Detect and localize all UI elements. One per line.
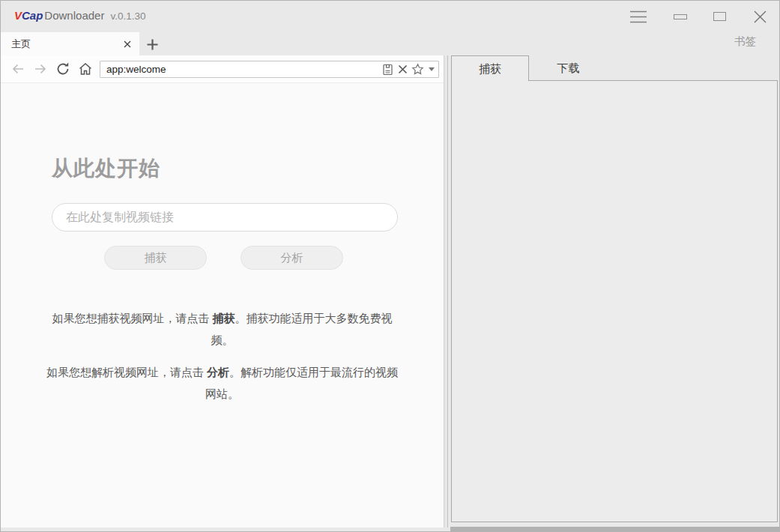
app-logo: VCapDownloaderv.0.1.30 [14,9,145,22]
app-version: v.0.1.30 [110,10,145,22]
side-panel: 捕获 下载 [448,55,780,532]
close-icon [124,40,131,48]
instruction-analyze: 如果您想解析视频网址，请点击 分析。解析功能仅适用于最流行的视频网站。 [43,361,402,405]
hamburger-icon [629,10,647,23]
capture-button[interactable]: 捕获 [104,246,207,270]
instruction-capture: 如果您想捕获视频网址，请点击 捕获。捕获功能适用于大多数免费视频。 [43,307,402,351]
maximize-button[interactable] [707,1,732,32]
clear-url-button[interactable] [395,61,410,77]
app-window: VCapDownloaderv.0.1.30 书签 主页 [0,0,780,532]
maximize-icon [713,12,726,21]
new-tab-button[interactable] [143,35,161,53]
save-page-button[interactable] [380,61,395,77]
tab-label: 主页 [1,37,118,51]
refresh-icon [55,61,70,76]
action-buttons: 捕获 分析 [104,246,444,270]
minimize-button[interactable] [668,1,693,32]
analyze-button[interactable]: 分析 [241,246,343,270]
star-icon [411,63,424,76]
instructions: 如果您想捕获视频网址，请点击 捕获。捕获功能适用于大多数免费视频。 如果您想解析… [43,307,402,405]
titlebar: VCapDownloaderv.0.1.30 书签 主页 [1,1,779,55]
navigation-bar: app:welcome [1,55,444,83]
minimize-icon [674,14,687,19]
x-icon [398,64,408,74]
arrow-right-icon [33,61,48,76]
tab-close-button[interactable] [118,35,136,53]
url-text[interactable]: app:welcome [100,64,380,75]
url-dropdown-button[interactable] [425,61,438,77]
logo-v: V [14,9,22,22]
video-link-input[interactable] [52,203,398,232]
save-page-icon [382,64,393,76]
bookmarks-toggle[interactable]: 书签 [734,34,756,49]
logo-cap: Cap [22,9,43,22]
welcome-page: 从此处开始 捕获 分析 如果您想捕获视频网址，请点击 捕获。捕获功能适用于大多数… [1,83,444,528]
home-icon [78,61,93,76]
menu-button[interactable] [626,1,651,32]
arrow-left-icon [10,61,25,76]
close-button[interactable] [747,1,773,32]
panel-tab-download[interactable]: 下载 [529,55,608,81]
panel-tab-capture[interactable]: 捕获 [451,55,529,81]
close-icon [753,10,767,24]
bookmark-star-button[interactable] [410,61,425,77]
chevron-down-icon [429,67,435,71]
forward-button[interactable] [29,58,52,80]
page-title: 从此处开始 [52,154,444,183]
address-bar[interactable]: app:welcome [100,61,439,78]
browser-tab-home[interactable]: 主页 [1,32,139,55]
refresh-button[interactable] [52,58,74,80]
plus-icon [147,39,158,50]
home-button[interactable] [74,58,97,80]
logo-name: Downloader [44,9,104,22]
back-button[interactable] [7,58,29,80]
horizontal-scrollbar[interactable] [450,527,780,532]
capture-list-area [451,80,778,522]
